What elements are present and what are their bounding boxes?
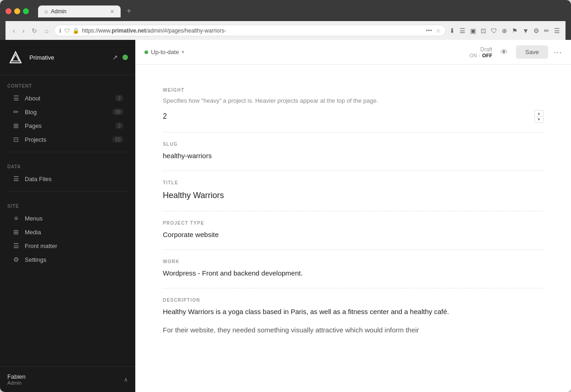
security-icon: ℹ xyxy=(59,28,61,34)
pages-label: Pages xyxy=(25,122,42,129)
sidebar-item-settings[interactable]: ⚙ Settings xyxy=(7,253,128,266)
flag-icon[interactable]: ⚑ xyxy=(512,27,518,34)
new-tab-button[interactable]: + xyxy=(122,5,136,17)
preview-button[interactable]: 👁 xyxy=(498,46,510,58)
menu-icon[interactable]: ☰ xyxy=(554,27,560,34)
blog-count: 39 xyxy=(112,109,123,115)
maximize-button[interactable] xyxy=(23,8,29,14)
sidebar-item-blog[interactable]: ✏ Blog 39 xyxy=(7,105,128,119)
address-bar[interactable]: ℹ 🛡 🔒 https://www.primative.net/admin/#/… xyxy=(54,25,446,36)
user-info: Fabien Admin xyxy=(7,373,26,386)
divider-1 xyxy=(7,152,128,152)
weight-spinner[interactable]: ▲ ▼ xyxy=(534,110,543,123)
data-files-label: Data Files xyxy=(25,176,52,182)
external-link-button[interactable]: ↗ xyxy=(112,54,118,61)
toggle-off-label: OFF xyxy=(482,53,492,58)
logo-label: Primative xyxy=(29,54,54,61)
reader-mode-icon[interactable]: ☰ xyxy=(460,27,466,34)
description-line1: Healthy Warriors is a yoga class based i… xyxy=(163,306,543,317)
sidebar-header: Primative ↗ xyxy=(0,40,135,75)
field-slug: SLUG healthy-warriors xyxy=(163,133,543,171)
sidebar-footer[interactable]: Fabien Admin ∧ xyxy=(0,366,135,392)
minimize-button[interactable] xyxy=(14,8,20,14)
download-icon[interactable]: ⬇ xyxy=(449,27,455,34)
draft-toggle: ON / OFF xyxy=(470,53,493,58)
traffic-lights xyxy=(6,8,29,14)
sidebar-item-projects[interactable]: ⊡ Projects 10 xyxy=(7,133,128,146)
media-icon: ⊞ xyxy=(12,228,20,236)
media-label: Media xyxy=(25,229,41,236)
pages-icon: ⊞ xyxy=(12,122,20,129)
slug-value: healthy-warriors xyxy=(163,150,543,161)
weight-value-row: 2 ▲ ▼ xyxy=(163,110,543,123)
tabs-bar: ◇ Admin ✕ + xyxy=(38,5,136,17)
user-role: Admin xyxy=(7,380,26,386)
field-description: DESCRIPTION Healthy Warriors is a yoga c… xyxy=(163,288,543,345)
sidebar-icon[interactable]: ▣ xyxy=(470,27,476,34)
title-value: Healthy Warriors xyxy=(163,189,543,202)
title-label: TITLE xyxy=(163,180,543,185)
weight-decrement[interactable]: ▼ xyxy=(534,116,543,123)
content-section: CONTENT ☰ About 2 ✏ Blog 39 ⊞ Pages 2 xyxy=(0,75,135,148)
more-url-btn[interactable]: ••• xyxy=(426,27,432,34)
sidebar-item-pages[interactable]: ⊞ Pages 2 xyxy=(7,119,128,133)
content-area: WEIGHT Specifies how "heavy" a project i… xyxy=(135,65,571,392)
menus-icon: ≡ xyxy=(12,215,20,222)
settings-label: Settings xyxy=(25,256,46,263)
sidebar-item-media[interactable]: ⊞ Media xyxy=(7,225,128,239)
about-count: 2 xyxy=(115,95,123,101)
site-section: SITE ≡ Menus ⊞ Media ☰ Front matter ⚙ Se… xyxy=(0,195,135,268)
work-value: Wordpress - Front and backend developmen… xyxy=(163,268,543,279)
header-actions: ↗ xyxy=(112,54,128,61)
reload-button[interactable]: ↻ xyxy=(30,26,39,35)
field-work: WORK Wordpress - Front and backend devel… xyxy=(163,250,543,288)
front-matter-label: Front matter xyxy=(25,243,57,249)
save-button[interactable]: Save xyxy=(516,45,548,59)
project-type-label: PROJECT TYPE xyxy=(163,221,543,226)
sidebar-item-front-matter[interactable]: ☰ Front matter xyxy=(7,239,128,253)
filter-icon[interactable]: ▼ xyxy=(522,27,529,34)
tab-close-button[interactable]: ✕ xyxy=(110,9,114,15)
shield2-icon[interactable]: 🛡 xyxy=(491,27,497,34)
home-button[interactable]: ⌂ xyxy=(43,26,50,35)
front-matter-icon: ☰ xyxy=(12,242,20,249)
weight-increment[interactable]: ▲ xyxy=(534,110,543,116)
status-indicator xyxy=(122,55,128,60)
logo-icon xyxy=(7,49,24,66)
slug-label: SLUG xyxy=(163,142,543,147)
extensions-icon[interactable]: ⊕ xyxy=(502,27,507,34)
weight-value: 2 xyxy=(163,111,167,122)
projects-count: 10 xyxy=(112,136,123,143)
more-options-button[interactable]: ⋯ xyxy=(554,47,562,57)
close-button[interactable] xyxy=(6,8,11,14)
project-type-value: Corporate website xyxy=(163,229,543,240)
about-icon: ☰ xyxy=(12,94,20,102)
description-line2: For their website, they needed something… xyxy=(163,325,543,336)
site-section-label: SITE xyxy=(7,204,128,209)
browser-tab-admin[interactable]: ◇ Admin ✕ xyxy=(38,6,121,17)
edit-icon[interactable]: ✏ xyxy=(544,27,549,34)
forward-button[interactable]: › xyxy=(21,26,27,35)
blog-label: Blog xyxy=(25,109,37,116)
sidebar-item-about[interactable]: ☰ About 2 xyxy=(7,91,128,105)
screenshots-icon[interactable]: ⊡ xyxy=(481,27,486,34)
bookmark-btn[interactable]: ☆ xyxy=(436,28,441,34)
projects-label: Projects xyxy=(25,136,46,143)
back-button[interactable]: ‹ xyxy=(11,26,17,35)
url-text: https://www.primative.net/admin/#/pages/… xyxy=(82,28,226,34)
topbar: Up-to-date ▾ Draft ON / OFF 👁 Save ⋯ xyxy=(135,40,571,65)
sidebar-item-menus[interactable]: ≡ Menus xyxy=(7,211,128,225)
pages-count: 2 xyxy=(115,122,123,129)
sidebar-item-data-files[interactable]: ☰ Data Files xyxy=(7,172,128,186)
user-name: Fabien xyxy=(7,373,26,380)
sync-chevron-icon: ▾ xyxy=(182,49,184,55)
tab-favicon: ◇ xyxy=(44,9,48,14)
sync-label: Up-to-date xyxy=(151,49,179,55)
draft-label: Draft xyxy=(480,46,492,53)
data-section: DATA ☰ Data Files xyxy=(0,156,135,188)
gear-icon[interactable]: ⚙ xyxy=(533,27,539,34)
shield-icon: 🛡 xyxy=(64,28,70,34)
weight-description: Specifies how "heavy" a project is. Heav… xyxy=(163,96,543,105)
field-title: TITLE Healthy Warriors xyxy=(163,171,543,212)
blog-icon: ✏ xyxy=(12,108,20,116)
